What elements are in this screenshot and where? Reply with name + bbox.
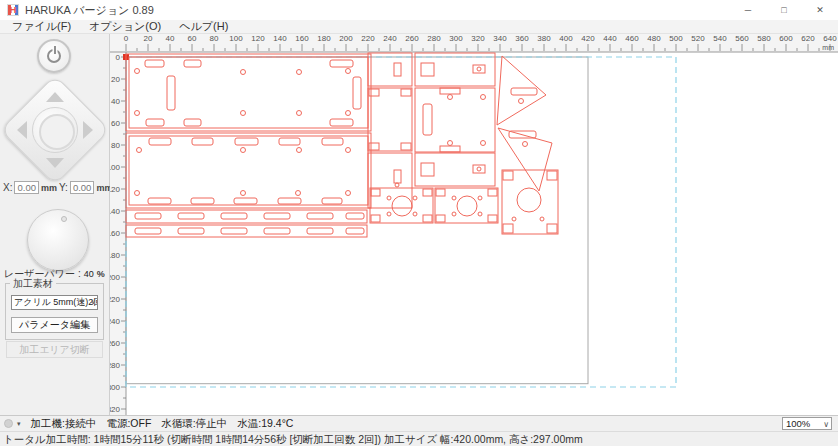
processing-time-bar: トータル加工時間: 1時間15分11秒 (切断時間 1時間14分56秒 [切断加…: [0, 431, 838, 446]
svg-text:420: 420: [581, 34, 595, 43]
x-unit-label: mm: [41, 183, 57, 193]
svg-text:80: 80: [210, 34, 219, 43]
maximize-button[interactable]: □: [766, 0, 802, 20]
y-position-input[interactable]: 0.00: [70, 181, 95, 194]
material-groupbox: 加工素材 アクリル 5mm(速)2回切り ∨ パラメータ編集: [5, 283, 104, 340]
svg-text:120: 120: [110, 185, 121, 194]
window-title: HARUKA バージョン 0.89: [25, 3, 154, 18]
svg-text:100: 100: [229, 34, 243, 43]
menu-file[interactable]: ファイル(F): [3, 20, 80, 33]
svg-text:220: 220: [110, 295, 121, 304]
svg-text:640: 640: [823, 34, 837, 43]
material-select[interactable]: アクリル 5mm(速)2回切り: [11, 295, 98, 310]
svg-text:540: 540: [713, 34, 727, 43]
window-controls: ─ □ ✕: [730, 0, 838, 20]
control-sidebar: X: 0.00 mm Y: 0.00 mm レーザーパワー : 40 % 加工素…: [0, 34, 110, 415]
power-button[interactable]: [37, 39, 71, 73]
svg-text:240: 240: [110, 317, 121, 326]
svg-text:0: 0: [116, 53, 121, 62]
position-readout: X: 0.00 mm Y: 0.00 mm: [3, 181, 109, 194]
laser-power-knob[interactable]: [27, 209, 89, 271]
minimize-button[interactable]: ─: [730, 0, 766, 20]
x-label: X:: [3, 182, 12, 193]
svg-text:140: 140: [273, 34, 287, 43]
water-temp-text: 水温:19.4°C: [237, 417, 293, 431]
status-bar: ▾ 加工機:接続中 電源:OFF 水循環:停止中 水温:19.4°C 100% …: [0, 415, 838, 431]
svg-text:500: 500: [669, 34, 683, 43]
laser-power-unit: %: [97, 269, 105, 279]
canvas-drawing: 0204060801001201401601802002202402602803…: [110, 34, 838, 415]
zoom-select[interactable]: 100% ∨: [782, 417, 832, 430]
svg-text:60: 60: [188, 34, 197, 43]
svg-text:320: 320: [110, 405, 121, 414]
svg-text:600: 600: [779, 34, 793, 43]
svg-text:560: 560: [735, 34, 749, 43]
svg-text:280: 280: [110, 361, 121, 370]
svg-text:300: 300: [110, 383, 121, 392]
svg-text:40: 40: [111, 97, 120, 106]
svg-text:160: 160: [295, 34, 309, 43]
svg-text:160: 160: [110, 229, 121, 238]
svg-text:360: 360: [515, 34, 529, 43]
jog-center-button[interactable]: [32, 107, 78, 153]
svg-text:260: 260: [110, 339, 121, 348]
svg-text:300: 300: [449, 34, 463, 43]
svg-text:460: 460: [625, 34, 639, 43]
svg-text:60: 60: [111, 119, 120, 128]
chevron-down-icon: ∨: [90, 297, 96, 306]
svg-text:20: 20: [111, 75, 120, 84]
svg-text:380: 380: [537, 34, 551, 43]
drawing-canvas[interactable]: 0204060801001201401601802002202402602803…: [110, 34, 838, 415]
svg-text:0: 0: [124, 34, 129, 43]
svg-text:580: 580: [757, 34, 771, 43]
svg-text:200: 200: [110, 273, 121, 282]
jog-up-arrow-icon[interactable]: [46, 92, 64, 102]
svg-text:240: 240: [383, 34, 397, 43]
svg-text:120: 120: [251, 34, 265, 43]
svg-text:180: 180: [110, 251, 121, 260]
knob-indicator-dot: [61, 216, 67, 222]
y-label: Y:: [59, 182, 68, 193]
menu-help[interactable]: ヘルプ(H): [170, 20, 237, 33]
laser-power-separator: :: [78, 268, 81, 279]
jog-down-arrow-icon[interactable]: [46, 158, 64, 168]
svg-text:220: 220: [361, 34, 375, 43]
close-button[interactable]: ✕: [802, 0, 838, 20]
laser-power-value: 40: [84, 269, 94, 279]
svg-text:200: 200: [339, 34, 353, 43]
svg-text:100: 100: [110, 163, 121, 172]
menu-options[interactable]: オプション(O): [80, 20, 170, 33]
svg-text:280: 280: [427, 34, 441, 43]
app-icon: H: [7, 4, 19, 16]
zoom-value: 100%: [786, 418, 810, 429]
jog-right-arrow-icon[interactable]: [83, 121, 93, 139]
svg-text:480: 480: [647, 34, 661, 43]
svg-text:80: 80: [111, 141, 120, 150]
svg-text:320: 320: [471, 34, 485, 43]
svg-text:340: 340: [493, 34, 507, 43]
svg-text:40: 40: [166, 34, 175, 43]
parameter-edit-button[interactable]: パラメータ編集: [11, 317, 98, 333]
cut-area-button[interactable]: 加工エリア切断: [6, 341, 103, 358]
svg-text:20: 20: [144, 34, 153, 43]
svg-text:140: 140: [110, 207, 121, 216]
chevron-down-icon: ∨: [823, 419, 829, 430]
svg-text:mm: mm: [822, 44, 834, 51]
jog-left-arrow-icon[interactable]: [17, 121, 27, 139]
chevron-down-icon[interactable]: ▾: [17, 420, 21, 428]
svg-text:260: 260: [405, 34, 419, 43]
svg-text:520: 520: [691, 34, 705, 43]
power-status-text: 電源:OFF: [106, 417, 151, 431]
machine-status-text: 加工機:接続中: [31, 417, 97, 431]
total-time-text: トータル加工時間: 1時間15分11秒 (切断時間 1時間14分56秒 [切断加…: [3, 433, 583, 445]
material-group-label: 加工素材: [10, 277, 56, 291]
water-status-text: 水循環:停止中: [161, 417, 227, 431]
svg-text:620: 620: [801, 34, 815, 43]
jog-dpad[interactable]: [7, 82, 103, 178]
x-position-input[interactable]: 0.00: [14, 181, 39, 194]
svg-text:440: 440: [603, 34, 617, 43]
menu-bar: ファイル(F) オプション(O) ヘルプ(H): [0, 20, 838, 34]
svg-text:180: 180: [317, 34, 331, 43]
machine-status-icon: [4, 419, 13, 428]
power-icon: [47, 49, 61, 63]
